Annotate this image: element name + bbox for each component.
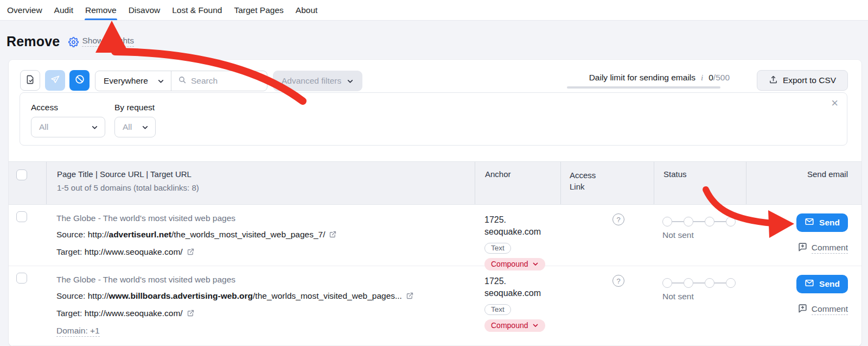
table-summary: 1-5 out of 5 domains (total backlinks: 8… — [57, 183, 475, 192]
block-icon — [74, 74, 85, 87]
comment-label: Comment — [812, 304, 848, 315]
step-circle — [705, 278, 714, 288]
send-label: Send — [819, 218, 840, 228]
chevron-down-icon — [532, 322, 539, 329]
backlinks-table: Page Title | Source URL | Target URL 1-5… — [9, 161, 861, 346]
source-domain: advertiseurl.net — [109, 230, 171, 239]
question-icon[interactable]: ? — [612, 213, 624, 225]
external-link-icon[interactable] — [187, 248, 195, 257]
page-title-text: The Globe - The world's most visited web… — [56, 210, 475, 227]
limit-total: /500 — [713, 73, 730, 82]
table-row: The Globe - The world's most visited web… — [9, 266, 861, 346]
target-url: http://www.seoquake.com/ — [85, 247, 183, 256]
close-icon[interactable]: × — [831, 97, 838, 109]
access-filter-value: All — [39, 122, 48, 132]
scope-value: Everywhere — [104, 76, 148, 86]
column-header-page-title: Page Title | Source URL | Target URL — [57, 169, 475, 179]
access-filter-label: Access — [31, 103, 58, 112]
scope-select[interactable]: Everywhere — [95, 71, 171, 91]
row-checkbox[interactable] — [16, 273, 27, 284]
step-circle — [662, 217, 672, 227]
column-header-send-email: Send email — [746, 162, 861, 204]
anchor-text: 1725. seoquake.com — [484, 214, 560, 238]
tab-remove[interactable]: Remove — [85, 0, 117, 20]
block-button[interactable] — [69, 70, 90, 91]
source-prefix: http:// — [88, 230, 109, 239]
comment-link[interactable]: Comment — [797, 242, 848, 254]
step-circle — [705, 217, 714, 227]
status-text: Not sent — [662, 230, 746, 240]
source-label: Source: — [56, 230, 88, 239]
report-button[interactable] — [20, 70, 40, 91]
table-header: Page Title | Source URL | Target URL 1-5… — [9, 161, 861, 205]
access-filter-select[interactable]: All — [31, 117, 105, 137]
tab-about[interactable]: About — [295, 0, 318, 20]
step-circle — [684, 278, 693, 288]
step-circle — [662, 278, 672, 288]
source-path: /the_worlds_most_visited_web_pages... — [253, 291, 402, 300]
table-row: The Globe - The world's most visited web… — [9, 205, 861, 266]
status-stepper — [662, 278, 736, 288]
source-url-line: Source: http://advertiseurl.net/the_worl… — [56, 227, 475, 244]
by-request-filter-select[interactable]: All — [114, 117, 156, 137]
advanced-filters-button[interactable]: Advanced filters — [273, 71, 362, 91]
page-title: Remove — [7, 34, 60, 49]
select-all-checkbox[interactable] — [16, 169, 27, 180]
source-path: /the_worlds_most_visited_web_pages_7/ — [171, 230, 325, 239]
info-icon[interactable]: i — [700, 73, 704, 83]
send-button[interactable]: Send — [796, 275, 848, 293]
export-csv-button[interactable]: Export to CSV — [757, 70, 848, 91]
search-input[interactable] — [191, 76, 267, 86]
paper-plane-icon — [50, 74, 60, 87]
tab-lost-and-found[interactable]: Lost & Found — [171, 0, 222, 20]
gear-icon — [68, 37, 79, 47]
comment-icon — [797, 303, 808, 316]
anchor-category-label: Compound — [491, 321, 528, 330]
row-checkbox[interactable] — [16, 211, 27, 222]
target-label: Target: — [56, 309, 85, 318]
daily-limit-progressbar — [567, 86, 720, 89]
anchor-text: 1725. seoquake.com — [484, 275, 560, 299]
tab-overview[interactable]: Overview — [7, 0, 43, 20]
source-label: Source: — [56, 291, 88, 300]
step-circle — [726, 278, 736, 288]
limit-used: 0 — [709, 73, 713, 82]
target-url-line: Target: http://www.seoquake.com/ — [56, 244, 475, 261]
show-insights-link[interactable]: Show insights — [82, 36, 134, 47]
daily-limit: Daily limit for sending emails i 0/500 — [558, 73, 730, 89]
filters-panel: Access All By request All × — [20, 92, 847, 146]
send-emails-button[interactable] — [45, 70, 65, 91]
comment-icon — [797, 242, 808, 254]
question-icon[interactable]: ? — [612, 275, 624, 287]
search-icon — [178, 76, 187, 86]
chevron-down-icon — [142, 124, 149, 131]
external-link-icon[interactable] — [406, 292, 414, 301]
source-domain: www.billboards.advertising-web.org — [109, 291, 253, 300]
document-check-icon — [25, 74, 35, 87]
daily-limit-value: 0/500 — [709, 73, 730, 83]
tab-target-pages[interactable]: Target Pages — [233, 0, 284, 20]
daily-limit-label: Daily limit for sending emails — [589, 73, 695, 83]
column-header-access-link: Access Link — [570, 169, 603, 192]
anchor-type-badge: Text — [484, 304, 511, 315]
step-circle — [684, 217, 693, 227]
tab-disavow[interactable]: Disavow — [128, 0, 161, 20]
search-group: Everywhere — [95, 71, 267, 91]
advanced-filters-label: Advanced filters — [282, 76, 341, 86]
send-button[interactable]: Send — [796, 213, 848, 232]
comment-link[interactable]: Comment — [797, 303, 848, 316]
export-label: Export to CSV — [783, 76, 836, 85]
page-header: Remove Show insights — [0, 21, 868, 51]
anchor-category-badge[interactable]: Compound — [484, 319, 545, 332]
target-label: Target: — [56, 247, 85, 256]
external-link-icon[interactable] — [187, 310, 195, 319]
anchor-type-badge: Text — [484, 243, 511, 254]
tab-audit[interactable]: Audit — [54, 0, 74, 20]
main-panel: Everywhere Advanced filters Daily limit … — [9, 60, 861, 346]
source-url-line: Source: http://www.billboards.advertisin… — [56, 288, 475, 305]
domain-more-link[interactable]: Domain: +1 — [56, 325, 100, 337]
by-request-filter-label: By request — [114, 103, 155, 112]
target-url-line: Target: http://www.seoquake.com/ — [56, 305, 475, 323]
status-stepper — [662, 217, 736, 227]
external-link-icon[interactable] — [329, 231, 337, 240]
